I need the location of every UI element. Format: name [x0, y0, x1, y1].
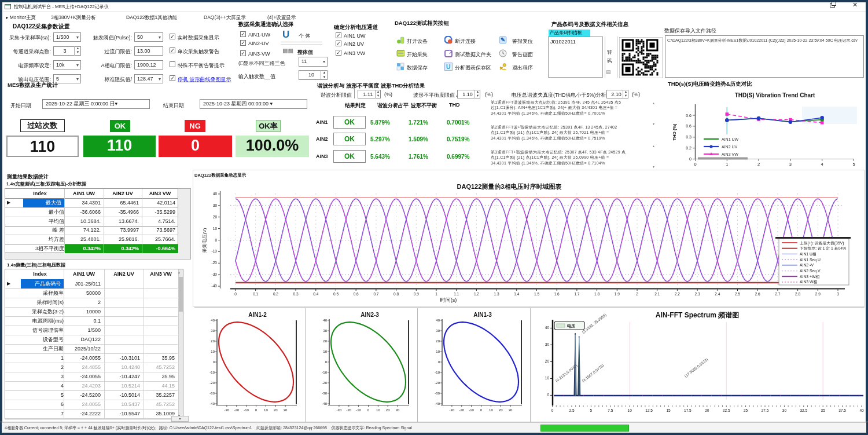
- svg-text:1: 1: [726, 162, 728, 167]
- svg-text:40: 40: [859, 408, 864, 412]
- svg-text:3: 3: [789, 162, 792, 167]
- svg-text:0.3: 0.3: [686, 135, 692, 139]
- svg-text:0: 0: [325, 360, 328, 364]
- svg-text:电压: 电压: [567, 324, 575, 328]
- svg-text:-20: -20: [322, 381, 327, 385]
- svg-text:20: 20: [274, 408, 278, 412]
- svg-text:(4.1667,0.0775): (4.1667,0.0775): [581, 363, 605, 383]
- svg-text:0: 0: [367, 408, 370, 412]
- svg-text:-10: -10: [469, 408, 474, 412]
- svg-text:5: 5: [852, 162, 855, 167]
- svg-text:(17.5000,0.0123): (17.5000,0.0123): [683, 357, 709, 379]
- svg-text:20: 20: [386, 408, 390, 412]
- svg-text:U: U: [446, 63, 451, 70]
- svg-text:-40: -40: [322, 402, 327, 405]
- svg-text:-30: -30: [435, 392, 440, 395]
- svg-text:-20: -20: [209, 381, 215, 385]
- svg-text:10: 10: [264, 408, 268, 412]
- svg-text:10: 10: [376, 408, 380, 412]
- svg-text:-10: -10: [209, 371, 215, 374]
- svg-text:10: 10: [489, 408, 493, 412]
- svg-text:-20: -20: [435, 381, 440, 385]
- svg-text:20: 20: [705, 408, 709, 412]
- svg-text:20: 20: [499, 408, 503, 412]
- svg-text:20: 20: [211, 339, 215, 343]
- svg-text:-30: -30: [337, 408, 342, 412]
- svg-text:10: 10: [436, 350, 440, 353]
- svg-text:(3.3333, 35.0995): (3.3333, 35.0995): [581, 313, 607, 335]
- svg-text:25: 25: [744, 408, 748, 412]
- svg-text:AIN2-3: AIN2-3: [361, 312, 379, 318]
- svg-text:AIN-FFT Spectrum 频谱图: AIN-FFT Spectrum 频谱图: [656, 311, 740, 319]
- svg-text:THD (%): THD (%): [672, 123, 677, 141]
- svg-text:0.6: 0.6: [686, 114, 692, 118]
- svg-text:4: 4: [821, 162, 823, 167]
- svg-text:30: 30: [782, 408, 787, 412]
- svg-text:7.5: 7.5: [608, 408, 613, 412]
- svg-text:-30: -30: [450, 408, 455, 412]
- svg-text:0: 0: [547, 393, 549, 397]
- svg-text:17.5: 17.5: [684, 408, 692, 412]
- svg-text:30: 30: [284, 408, 288, 412]
- svg-text:30: 30: [396, 408, 400, 412]
- svg-text:✎: ✎: [501, 36, 505, 43]
- svg-text:37.5: 37.5: [838, 408, 846, 412]
- svg-text:0: 0: [551, 408, 554, 412]
- svg-text:40: 40: [211, 319, 215, 322]
- svg-text:-30: -30: [322, 392, 327, 395]
- svg-text:30: 30: [509, 408, 513, 412]
- svg-text:0: 0: [213, 360, 215, 364]
- svg-text:22.5: 22.5: [723, 408, 730, 412]
- svg-text:AIN2 UV: AIN2 UV: [722, 145, 738, 149]
- svg-text:-10: -10: [435, 371, 440, 374]
- svg-text:AIN1 UW: AIN1 UW: [722, 137, 739, 141]
- svg-text:2.5: 2.5: [569, 408, 574, 412]
- svg-text:0.2: 0.2: [686, 146, 692, 150]
- svg-text:-20: -20: [459, 408, 464, 412]
- svg-text:0.6: 0.6: [686, 124, 692, 128]
- svg-text:THD(S) Vibration Trend Chart: THD(S) Vibration Trend Chart: [735, 92, 815, 98]
- svg-text:15: 15: [666, 408, 671, 412]
- svg-text:10: 10: [323, 350, 327, 353]
- svg-text:35: 35: [821, 408, 826, 412]
- svg-text:0: 0: [694, 162, 696, 167]
- svg-text:-20: -20: [346, 408, 351, 412]
- svg-text:20: 20: [436, 339, 440, 343]
- svg-text:32.5: 32.5: [800, 408, 807, 412]
- svg-text:AIN1-2: AIN1-2: [248, 312, 267, 318]
- svg-text:0: 0: [689, 157, 692, 161]
- svg-text:20: 20: [323, 339, 327, 343]
- svg-text:2: 2: [757, 162, 760, 167]
- svg-text:30: 30: [545, 342, 550, 346]
- svg-text:-20: -20: [234, 408, 239, 412]
- svg-text:10: 10: [628, 408, 632, 412]
- svg-text:0: 0: [438, 360, 440, 364]
- svg-text:AIN3 VW: AIN3 VW: [722, 152, 738, 156]
- svg-text:10: 10: [545, 376, 550, 380]
- svg-text:30: 30: [323, 329, 327, 332]
- svg-text:10: 10: [211, 350, 215, 353]
- svg-text:27.5: 27.5: [762, 408, 769, 412]
- svg-text:-10: -10: [244, 408, 249, 412]
- svg-text:-10: -10: [356, 408, 361, 412]
- svg-text:30: 30: [436, 329, 440, 332]
- svg-text:5: 5: [590, 408, 593, 412]
- svg-text:AIN1-3: AIN1-3: [473, 312, 492, 318]
- svg-text:40: 40: [323, 319, 327, 322]
- svg-text:-40: -40: [209, 402, 215, 405]
- svg-text:30: 30: [211, 329, 215, 332]
- svg-text:20: 20: [545, 359, 550, 363]
- svg-text:40: 40: [436, 319, 440, 322]
- svg-text:0: 0: [255, 408, 258, 412]
- svg-text:-30: -30: [225, 408, 230, 412]
- svg-text:0: 0: [480, 408, 483, 412]
- svg-text:-30: -30: [209, 392, 215, 395]
- svg-text:40: 40: [545, 326, 550, 330]
- svg-text:12.5: 12.5: [645, 408, 653, 412]
- svg-text:-40: -40: [435, 402, 440, 405]
- svg-text:-10: -10: [322, 371, 327, 374]
